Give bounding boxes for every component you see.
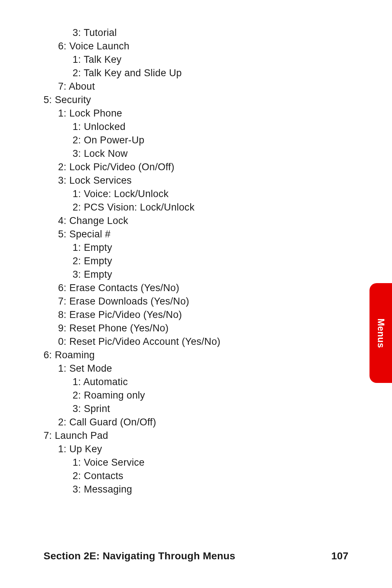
outline-item: 1: Voice Service (44, 456, 319, 469)
outline-item: 2: PCS Vision: Lock/Unlock (44, 201, 319, 214)
outline-item: 3: Messaging (44, 483, 319, 496)
outline-item: 6: Erase Contacts (Yes/No) (44, 281, 319, 295)
section-tab-label: Menus (376, 318, 386, 348)
outline-item: 2: Call Guard (On/Off) (44, 416, 319, 429)
outline-item: 2: Empty (44, 254, 319, 268)
outline-item: 2: Roaming only (44, 389, 319, 402)
outline-item: 2: Talk Key and Slide Up (44, 66, 319, 80)
outline-item: 3: Sprint (44, 402, 319, 416)
section-tab: Menus (369, 283, 392, 383)
outline-item: 5: Security (44, 93, 319, 107)
outline-item: 6: Voice Launch (44, 40, 319, 53)
section-title: Section 2E: Navigating Through Menus (44, 550, 235, 562)
outline-item: 6: Roaming (44, 348, 319, 362)
page-footer: Section 2E: Navigating Through Menus 107 (44, 550, 348, 562)
outline-item: 3: Lock Now (44, 147, 319, 160)
outline-item: 1: Automatic (44, 375, 319, 389)
outline-item: 1: Unlocked (44, 120, 319, 134)
outline-item: 2: Lock Pic/Video (On/Off) (44, 160, 319, 174)
outline-item: 5: Special # (44, 228, 319, 241)
outline-item: 1: Talk Key (44, 53, 319, 66)
outline-item: 7: About (44, 80, 319, 93)
outline-item: 7: Launch Pad (44, 429, 319, 442)
outline-item: 7: Erase Downloads (Yes/No) (44, 295, 319, 308)
outline-item: 3: Tutorial (44, 26, 319, 40)
menu-outline: 3: Tutorial6: Voice Launch1: Talk Key2: … (44, 26, 319, 496)
outline-item: 0: Reset Pic/Video Account (Yes/No) (44, 335, 319, 348)
outline-item: 1: Empty (44, 241, 319, 254)
page-number: 107 (331, 550, 348, 562)
outline-item: 8: Erase Pic/Video (Yes/No) (44, 308, 319, 322)
outline-item: 1: Lock Phone (44, 107, 319, 120)
outline-item: 3: Empty (44, 268, 319, 281)
outline-item: 1: Up Key (44, 442, 319, 456)
outline-item: 2: On Power-Up (44, 134, 319, 147)
outline-item: 3: Lock Services (44, 174, 319, 187)
outline-item: 1: Voice: Lock/Unlock (44, 187, 319, 201)
outline-item: 9: Reset Phone (Yes/No) (44, 322, 319, 335)
outline-item: 2: Contacts (44, 469, 319, 483)
outline-item: 4: Change Lock (44, 214, 319, 228)
outline-item: 1: Set Mode (44, 362, 319, 375)
